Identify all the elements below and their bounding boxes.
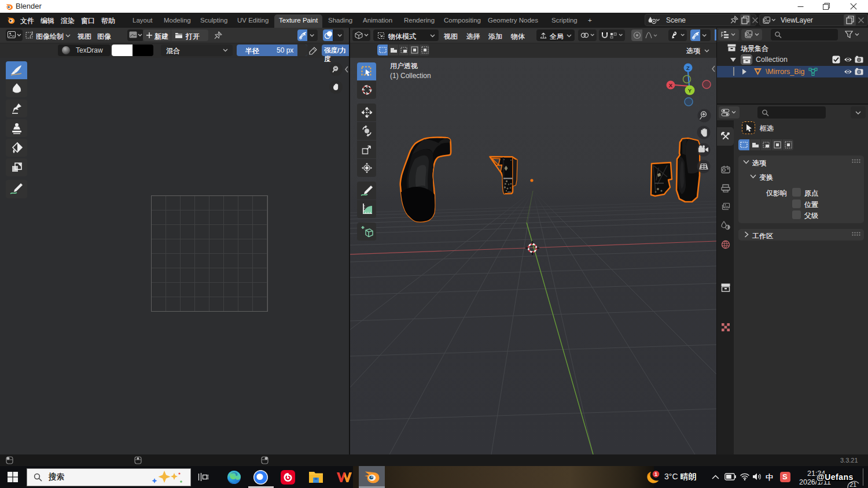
svg-text:1: 1 [654, 471, 657, 477]
svg-text:X: X [669, 82, 673, 88]
svg-text:21: 21 [849, 481, 856, 488]
svg-text:Z: Z [686, 65, 690, 71]
svg-text:Y: Y [688, 87, 692, 94]
